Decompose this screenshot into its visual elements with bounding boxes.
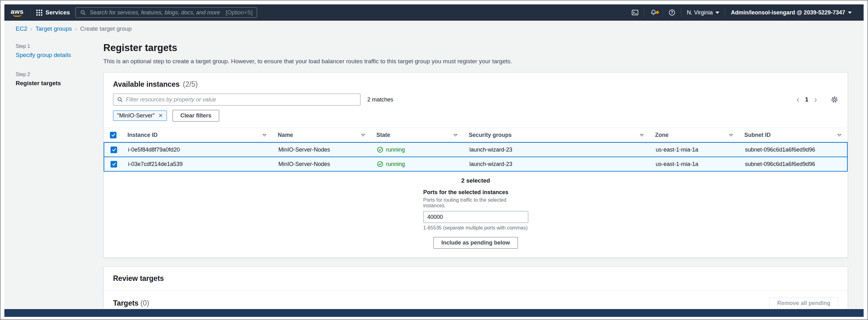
targets-header-row: Targets (0) Remove all pending xyxy=(104,291,848,309)
instance-row-1[interactable]: i-0e5f84d8f79a0fd20 MinIO-Server-Nodes xyxy=(104,142,848,157)
state-cell: running xyxy=(372,161,464,167)
svg-text:?: ? xyxy=(671,10,673,15)
instances-filter-input[interactable] xyxy=(126,96,356,103)
state-label: running xyxy=(386,147,405,153)
ports-section: Ports for the selected instances Ports f… xyxy=(104,186,848,257)
filter-token: "MinIO-Server" ✕ xyxy=(113,110,167,121)
name-cell: MinIO-Server-Nodes xyxy=(273,161,372,167)
ports-input[interactable] xyxy=(423,211,528,223)
step-1-link[interactable]: Specify group details xyxy=(16,52,71,59)
breadcrumb: EC2 › Target groups › Create target grou… xyxy=(4,21,864,36)
review-targets-panel: Review targets Targets (0) Remove all pe… xyxy=(103,266,848,309)
gear-icon xyxy=(831,96,838,103)
matches-count: 2 matches xyxy=(367,96,393,103)
nav-right-group: ? N. Virginia Admin/leonsol-isengard @ 2… xyxy=(626,8,857,17)
question-circle-icon: ? xyxy=(669,9,675,16)
select-all-header-cell xyxy=(104,128,122,142)
breadcrumb-ec2-link[interactable]: EC2 xyxy=(16,25,27,32)
ports-label: Ports for the selected instances xyxy=(423,189,528,196)
aws-logo[interactable]: aws xyxy=(11,8,24,17)
table-settings-button[interactable] xyxy=(831,96,838,103)
instances-table-header: Instance ID Name State Security gro xyxy=(104,128,848,142)
account-menu[interactable]: Admin/leonsol-isengard @ 2039-5229-7347 xyxy=(725,9,857,16)
column-header-state[interactable]: State xyxy=(371,128,464,142)
current-page-number[interactable]: 1 xyxy=(805,96,808,103)
services-menu-button[interactable]: Services xyxy=(36,9,70,16)
instance-row-2[interactable]: i-03e7cdf214de1a539 MinIO-Server-Nodes xyxy=(104,157,848,171)
review-targets-header: Review targets xyxy=(104,267,848,291)
column-filter-icon[interactable] xyxy=(262,132,267,138)
row-checkbox[interactable] xyxy=(111,147,117,153)
wizard-step-1: Step 1 Specify group details xyxy=(16,43,94,59)
column-filter-icon[interactable] xyxy=(361,132,366,138)
column-header-subnet-id[interactable]: Subnet ID xyxy=(739,128,848,142)
next-page-icon[interactable]: › xyxy=(814,96,817,103)
remove-all-pending-button[interactable]: Remove all pending xyxy=(769,297,838,309)
filter-token-label: "MinIO-Server" xyxy=(117,113,155,119)
select-all-checkbox[interactable] xyxy=(110,132,117,138)
instances-filter-row: 2 matches ‹ 1 › xyxy=(104,93,848,105)
status-running-icon xyxy=(377,147,383,153)
include-as-pending-button[interactable]: Include as pending below xyxy=(433,237,518,249)
aws-logo-smile-icon xyxy=(13,14,22,17)
notifications-button[interactable] xyxy=(644,9,662,16)
cloudshell-button[interactable] xyxy=(626,9,644,16)
column-header-zone[interactable]: Zone xyxy=(650,128,739,142)
filter-tokens-row: "MinIO-Server" ✕ Clear filters xyxy=(104,105,848,128)
column-label: State xyxy=(376,132,390,138)
main-content: Register targets This is an optional ste… xyxy=(103,38,848,309)
page-layout: Step 1 Specify group details Step 2 Regi… xyxy=(4,36,864,309)
review-targets-title: Review targets xyxy=(113,274,164,282)
breadcrumb-target-groups-link[interactable]: Target groups xyxy=(35,25,72,32)
search-icon xyxy=(117,97,123,102)
column-header-name[interactable]: Name xyxy=(273,128,371,142)
global-search-placeholder: Search for services, features, blogs, do… xyxy=(90,9,222,16)
row-checkbox-cell xyxy=(104,147,123,153)
security-groups-cell: launch-wizard-23 xyxy=(464,147,651,153)
page-content: EC2 › Target groups › Create target grou… xyxy=(4,21,864,309)
breadcrumb-separator: › xyxy=(30,25,32,32)
breadcrumb-current-page: Create target group xyxy=(80,25,132,32)
ports-description: Ports for routing traffic to the selecte… xyxy=(423,197,528,209)
global-search-input[interactable]: Search for services, features, blogs, do… xyxy=(75,7,257,18)
targets-title: Targets xyxy=(113,299,138,308)
column-label: Subnet ID xyxy=(744,132,771,138)
region-selector[interactable]: N. Virginia xyxy=(681,9,725,16)
prev-page-icon[interactable]: ‹ xyxy=(797,96,799,103)
step-2-number: Step 2 xyxy=(16,72,94,77)
zone-cell: us-east-1-mia-1a xyxy=(651,147,740,153)
instances-filter-field[interactable] xyxy=(113,94,361,105)
clear-filters-button[interactable]: Clear filters xyxy=(173,110,219,122)
wizard-steps-sidebar: Step 1 Specify group details Step 2 Regi… xyxy=(16,38,94,309)
screenshot-frame: aws Services xyxy=(0,0,868,320)
row-checkbox[interactable] xyxy=(111,161,117,167)
instances-pagination: ‹ 1 › xyxy=(797,96,838,103)
account-label: Admin/leonsol-isengard @ 2039-5229-7347 xyxy=(731,9,845,16)
status-running-icon xyxy=(377,161,383,167)
column-header-instance-id[interactable]: Instance ID xyxy=(122,128,273,142)
services-label: Services xyxy=(45,9,70,16)
state-cell: running xyxy=(372,147,464,153)
available-instances-header: Available instances (2/5) xyxy=(104,73,848,93)
step-1-number: Step 1 xyxy=(16,43,94,49)
available-instances-counter: (2/5) xyxy=(183,80,197,88)
state-label: running xyxy=(386,161,405,167)
help-button[interactable]: ? xyxy=(663,9,681,16)
instance-id-cell: i-03e7cdf214de1a539 xyxy=(123,161,273,167)
page-title: Register targets xyxy=(103,42,848,54)
notification-dot xyxy=(656,11,659,14)
security-groups-cell: launch-wizard-23 xyxy=(464,161,651,167)
remove-token-icon[interactable]: ✕ xyxy=(158,113,163,119)
column-filter-icon[interactable] xyxy=(728,132,734,138)
column-filter-icon[interactable] xyxy=(639,132,644,138)
subnet-id-cell: subnet-096c6d1a6f6ed9d96 xyxy=(740,161,847,167)
name-cell: MinIO-Server-Nodes xyxy=(273,147,372,153)
search-icon xyxy=(80,10,86,15)
chevron-down-icon xyxy=(848,11,852,14)
column-filter-icon[interactable] xyxy=(453,132,458,138)
ports-hint: 1-65535 (separate multiple ports with co… xyxy=(423,225,528,231)
console-footer-bar xyxy=(4,309,864,317)
column-header-security-groups[interactable]: Security groups xyxy=(464,128,650,142)
column-filter-icon[interactable] xyxy=(837,132,842,138)
wizard-step-2: Step 2 Register targets xyxy=(16,72,94,87)
